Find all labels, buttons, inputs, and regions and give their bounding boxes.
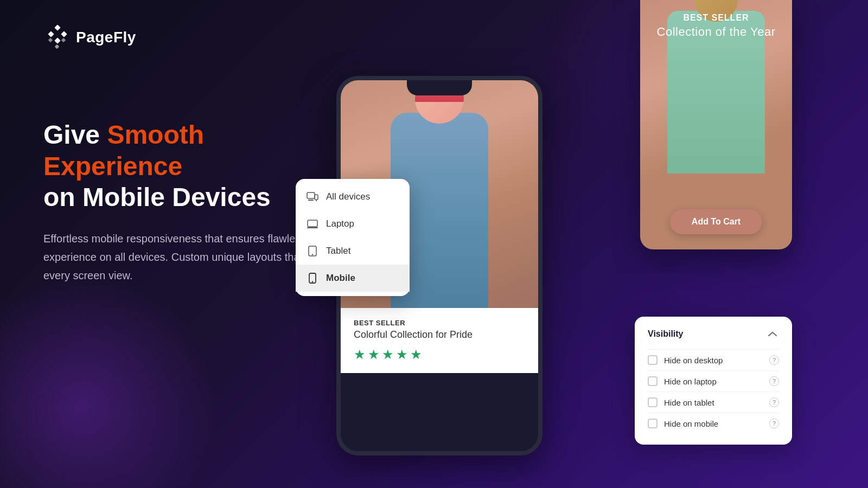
svg-rect-12 — [307, 227, 318, 228]
hide-tablet-checkbox[interactable] — [648, 397, 658, 407]
right-card-figure — [656, 11, 776, 206]
svg-rect-8 — [308, 200, 314, 201]
right-card-label: BEST SELLER — [640, 13, 792, 23]
description: Effortless mobile responsiveness that en… — [43, 229, 326, 285]
device-option-all-label: All devices — [326, 191, 370, 202]
right-card-title: Collection of the Year — [640, 25, 792, 39]
hide-mobile-label: Hide on mobile — [664, 419, 763, 428]
visibility-header: Visibility — [648, 328, 779, 341]
logo-area: PageFly — [43, 24, 136, 50]
laptop-icon — [307, 218, 318, 230]
device-option-laptop-label: Laptop — [326, 219, 354, 229]
star-1: ★ — [354, 347, 366, 362]
star-3: ★ — [382, 347, 394, 362]
tablet-icon — [307, 245, 318, 257]
device-option-tablet[interactable]: Tablet — [296, 237, 410, 265]
device-option-mobile-label: Mobile — [326, 273, 355, 284]
svg-rect-7 — [307, 192, 315, 198]
hide-desktop-help[interactable]: ? — [769, 355, 779, 365]
vis-item-laptop: Hide on laptop ? — [648, 371, 779, 391]
headline-prefix: Give — [43, 120, 107, 149]
device-option-laptop[interactable]: Laptop — [296, 210, 410, 237]
phone-notch — [407, 80, 472, 95]
svg-point-16 — [312, 281, 313, 282]
product-label: BEST SELLER — [354, 319, 525, 327]
svg-rect-3 — [54, 37, 60, 43]
pagefly-logo-icon — [43, 24, 69, 50]
svg-rect-6 — [55, 44, 59, 49]
svg-rect-4 — [48, 38, 53, 42]
svg-rect-11 — [308, 220, 317, 227]
svg-rect-10 — [316, 200, 317, 201]
vis-item-mobile: Hide on mobile ? — [648, 413, 779, 434]
vis-item-desktop: Hide on desktop ? — [648, 350, 779, 370]
left-content: Give Smooth Experience on Mobile Devices… — [43, 119, 326, 285]
device-option-all[interactable]: All devices — [296, 183, 410, 210]
svg-rect-9 — [315, 195, 318, 200]
device-dropdown: All devices Laptop Tablet Mobile — [296, 179, 410, 296]
svg-rect-5 — [61, 38, 66, 42]
hide-laptop-checkbox[interactable] — [648, 376, 658, 386]
headline-suffix: on Mobile Devices — [43, 183, 271, 211]
device-option-tablet-label: Tablet — [326, 246, 350, 256]
right-card-text: BEST SELLER Collection of the Year — [640, 13, 792, 39]
all-devices-icon — [307, 191, 318, 203]
hide-laptop-label: Hide on laptop — [664, 377, 763, 386]
visibility-title: Visibility — [648, 329, 684, 339]
hide-tablet-help[interactable]: ? — [769, 397, 779, 407]
logo-text: PageFly — [76, 29, 136, 46]
star-rating: ★ ★ ★ ★ ★ — [354, 347, 525, 362]
hide-mobile-checkbox[interactable] — [648, 419, 658, 428]
phone-product-info: BEST SELLER Colorful Collection for Prid… — [341, 308, 538, 373]
right-product-card: BEST SELLER Collection of the Year Add T… — [640, 0, 792, 249]
vis-item-tablet: Hide on tablet ? — [648, 392, 779, 413]
add-to-cart-button[interactable]: Add To Cart — [670, 209, 762, 234]
star-2: ★ — [368, 347, 380, 362]
star-5-half: ★ — [410, 347, 422, 362]
mobile-icon — [307, 272, 318, 284]
star-4: ★ — [396, 347, 408, 362]
hide-desktop-label: Hide on desktop — [664, 356, 763, 365]
svg-point-14 — [312, 254, 313, 255]
svg-rect-1 — [48, 31, 54, 37]
svg-rect-0 — [54, 24, 60, 30]
visibility-collapse-button[interactable] — [766, 328, 779, 341]
hide-laptop-help[interactable]: ? — [769, 376, 779, 386]
headline: Give Smooth Experience on Mobile Devices — [43, 119, 326, 213]
svg-rect-2 — [61, 31, 67, 37]
visibility-panel: Visibility Hide on desktop ? Hide on lap… — [635, 317, 792, 445]
hide-mobile-help[interactable]: ? — [769, 419, 779, 428]
hide-tablet-label: Hide on tablet — [664, 398, 763, 407]
device-option-mobile[interactable]: Mobile — [296, 265, 410, 292]
hide-desktop-checkbox[interactable] — [648, 355, 658, 365]
product-name: Colorful Collection for Pride — [354, 329, 525, 341]
